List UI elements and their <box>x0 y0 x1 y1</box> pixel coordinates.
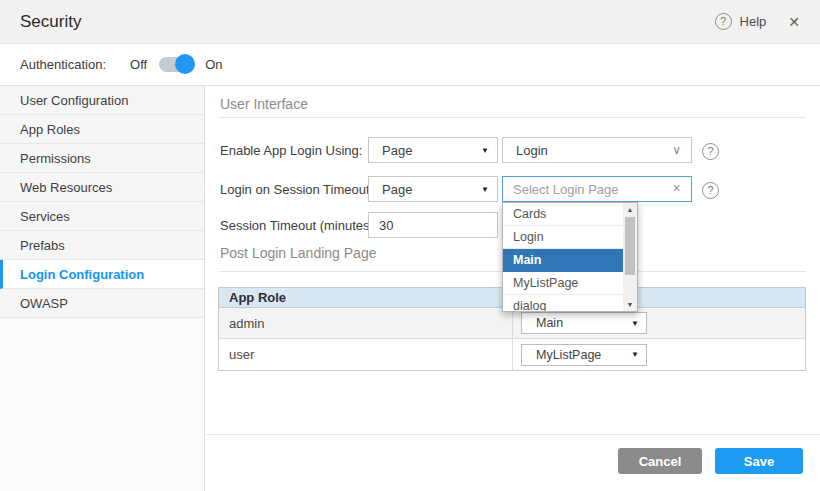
landing-page-cell: MyListPage ▼ <box>513 339 805 370</box>
page-title: Security <box>20 12 81 32</box>
chevron-down-icon: ∨ <box>672 143 681 157</box>
dropdown-option-mylistpage[interactable]: MyListPage <box>503 272 624 295</box>
select-caret-icon: ▼ <box>631 350 639 359</box>
post-login-section-title: Post Login Landing Page <box>220 245 376 261</box>
close-icon[interactable]: ✕ <box>788 14 800 30</box>
sidebar-item-app-roles[interactable]: App Roles <box>0 115 204 144</box>
enable-app-login-label: Enable App Login Using: <box>220 137 362 163</box>
dropdown-scrollbar[interactable]: ▲ ▼ <box>623 203 637 311</box>
sidebar-item-login-configuration[interactable]: Login Configuration <box>0 260 204 289</box>
sidebar-item-permissions[interactable]: Permissions <box>0 144 204 173</box>
toggle-on-label: On <box>205 57 222 72</box>
enable-app-login-page-combobox[interactable]: Login ∨ <box>502 137 692 163</box>
session-timeout-input[interactable] <box>368 212 498 238</box>
sidebar-item-services[interactable]: Services <box>0 202 204 231</box>
footer-divider <box>206 434 820 435</box>
help-icon[interactable]: ? <box>715 13 732 30</box>
sidebar-item-owasp[interactable]: OWASP <box>0 289 204 318</box>
security-dialog: Security ? Help ✕ Authentication: Off On… <box>0 0 820 491</box>
settings-sidebar: User Configuration App Roles Permissions… <box>0 86 205 491</box>
dropdown-option-cards[interactable]: Cards <box>503 203 624 226</box>
selected-value: MyListPage <box>536 348 601 362</box>
user-landing-page-select[interactable]: MyListPage ▼ <box>521 344 647 366</box>
table-row: admin Main ▼ <box>219 308 805 339</box>
dropdown-option-main[interactable]: Main <box>503 249 624 272</box>
save-button[interactable]: Save <box>715 448 803 474</box>
toggle-knob <box>175 54 195 74</box>
sidebar-item-prefabs[interactable]: Prefabs <box>0 231 204 260</box>
login-on-session-timeout-row: Login on Session Timeout: Page ▼ ✕ ? <box>206 176 820 202</box>
scrollbar-thumb[interactable] <box>625 217 635 275</box>
landing-page-cell: Main ▼ <box>513 308 805 338</box>
table-row: user MyListPage ▼ <box>219 339 805 370</box>
selected-value: Page <box>382 143 412 158</box>
toggle-off-label: Off <box>130 57 147 72</box>
scroll-up-icon[interactable]: ▲ <box>623 203 637 216</box>
session-timeout-label: Session Timeout (minutes): <box>220 212 378 238</box>
section-divider <box>219 117 806 118</box>
selected-value: Login <box>516 143 548 158</box>
enable-app-login-type-select[interactable]: Page ▼ <box>368 137 498 163</box>
select-caret-icon: ▼ <box>481 185 489 194</box>
scroll-down-icon[interactable]: ▼ <box>623 298 637 311</box>
cancel-button[interactable]: Cancel <box>618 448 702 474</box>
selected-value: Page <box>382 182 412 197</box>
sidebar-item-web-resources[interactable]: Web Resources <box>0 173 204 202</box>
select-login-page-input[interactable] <box>502 176 692 202</box>
role-cell: admin <box>219 308 513 338</box>
session-timeout-type-select[interactable]: Page ▼ <box>368 176 498 202</box>
authentication-toggle[interactable] <box>159 57 193 72</box>
select-caret-icon: ▼ <box>481 146 489 155</box>
clear-icon[interactable]: ✕ <box>672 182 820 195</box>
user-interface-section-title: User Interface <box>220 96 308 112</box>
admin-landing-page-select[interactable]: Main ▼ <box>521 312 647 334</box>
dialog-header: Security ? Help ✕ <box>0 0 820 44</box>
footer-actions: Cancel Save <box>618 448 803 474</box>
enable-app-login-row: Enable App Login Using: Page ▼ Login ∨ ? <box>206 137 820 163</box>
field-help: ? <box>702 180 719 199</box>
login-on-session-timeout-label: Login on Session Timeout: <box>220 176 373 202</box>
help-icon[interactable]: ? <box>702 143 719 160</box>
select-caret-icon: ▼ <box>631 319 639 328</box>
field-help: ? <box>702 141 719 160</box>
help-icon[interactable]: ? <box>702 182 719 199</box>
login-page-dropdown-list: Cards Login Main MyListPage dialog ▲ ▼ <box>502 202 638 312</box>
sidebar-item-user-configuration[interactable]: User Configuration <box>0 86 204 115</box>
dropdown-option-dialog[interactable]: dialog <box>503 295 624 312</box>
selected-value: Main <box>536 316 563 330</box>
help-link[interactable]: Help <box>740 14 767 29</box>
role-cell: user <box>219 339 513 370</box>
dropdown-option-login[interactable]: Login <box>503 226 624 249</box>
authentication-row: Authentication: Off On <box>0 44 820 86</box>
authentication-label: Authentication: <box>20 57 106 72</box>
